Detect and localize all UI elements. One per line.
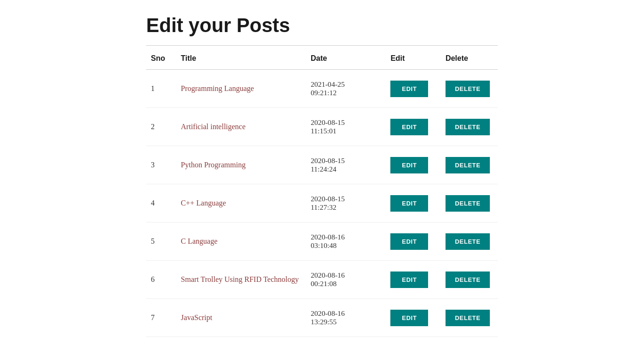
cell-edit: EDIT xyxy=(386,108,441,146)
cell-date: 2021-04-25 09:21:12 xyxy=(306,70,386,108)
cell-delete: DELETE xyxy=(441,184,498,222)
cell-delete: DELETE xyxy=(441,70,498,108)
table-row: 4C++ Language2020-08-15 11:27:32EDITDELE… xyxy=(146,184,498,222)
cell-delete: DELETE xyxy=(441,146,498,184)
cell-sno: 2 xyxy=(146,108,176,146)
cell-edit: EDIT xyxy=(386,299,441,337)
cell-edit: EDIT xyxy=(386,184,441,222)
cell-sno: 5 xyxy=(146,222,176,261)
edit-button[interactable]: EDIT xyxy=(390,233,428,250)
delete-button[interactable]: DELETE xyxy=(446,310,490,326)
cell-sno: 6 xyxy=(146,261,176,299)
cell-edit: EDIT xyxy=(386,146,441,184)
cell-title: Artificial intelligence xyxy=(176,108,306,146)
header-sno: Sno xyxy=(146,46,176,70)
cell-sno: 7 xyxy=(146,299,176,337)
cell-title: C++ Language xyxy=(176,184,306,222)
delete-button[interactable]: DELETE xyxy=(446,233,490,250)
cell-sno: 4 xyxy=(146,184,176,222)
cell-edit: EDIT xyxy=(386,261,441,299)
cell-date: 2020-08-15 11:15:01 xyxy=(306,108,386,146)
delete-button[interactable]: DELETE xyxy=(446,157,490,173)
delete-button[interactable]: DELETE xyxy=(446,81,490,97)
delete-button[interactable]: DELETE xyxy=(446,119,490,135)
cell-edit: EDIT xyxy=(386,222,441,261)
cell-edit: EDIT xyxy=(386,70,441,108)
header-row: Sno Title Date Edit Delete xyxy=(146,46,498,70)
delete-button[interactable]: DELETE xyxy=(446,272,490,288)
cell-date: 2020-08-15 11:24:24 xyxy=(306,146,386,184)
header-delete: Delete xyxy=(441,46,498,70)
edit-button[interactable]: EDIT xyxy=(390,157,428,173)
cell-delete: DELETE xyxy=(441,299,498,337)
table-row: 3Python Programming2020-08-15 11:24:24ED… xyxy=(146,146,498,184)
posts-table: Sno Title Date Edit Delete 1Programming … xyxy=(146,46,498,337)
cell-delete: DELETE xyxy=(441,108,498,146)
table-row: 1Programming Language2021-04-25 09:21:12… xyxy=(146,70,498,108)
delete-button[interactable]: DELETE xyxy=(446,195,490,212)
header-title: Title xyxy=(176,46,306,70)
cell-date: 2020-08-15 11:27:32 xyxy=(306,184,386,222)
edit-button[interactable]: EDIT xyxy=(390,272,428,288)
table-row: 7JavaScript2020-08-16 13:29:55EDITDELETE xyxy=(146,299,498,337)
cell-title: JavaScript xyxy=(176,299,306,337)
cell-title: Smart Trolley Using RFID Technology xyxy=(176,261,306,299)
edit-button[interactable]: EDIT xyxy=(390,81,428,97)
edit-button[interactable]: EDIT xyxy=(390,310,428,326)
cell-delete: DELETE xyxy=(441,261,498,299)
table-header: Sno Title Date Edit Delete xyxy=(146,46,498,70)
cell-title: Programming Language xyxy=(176,70,306,108)
page-title: Edit your Posts xyxy=(146,14,498,37)
cell-sno: 3 xyxy=(146,146,176,184)
table-body: 1Programming Language2021-04-25 09:21:12… xyxy=(146,70,498,337)
table-row: 2Artificial intelligence2020-08-15 11:15… xyxy=(146,108,498,146)
cell-title: Python Programming xyxy=(176,146,306,184)
cell-delete: DELETE xyxy=(441,222,498,261)
cell-date: 2020-08-16 13:29:55 xyxy=(306,299,386,337)
edit-button[interactable]: EDIT xyxy=(390,119,428,135)
table-row: 5C Language2020-08-16 03:10:48EDITDELETE xyxy=(146,222,498,261)
header-date: Date xyxy=(306,46,386,70)
cell-sno: 1 xyxy=(146,70,176,108)
cell-date: 2020-08-16 00:21:08 xyxy=(306,261,386,299)
header-edit: Edit xyxy=(386,46,441,70)
table-row: 6Smart Trolley Using RFID Technology2020… xyxy=(146,261,498,299)
edit-button[interactable]: EDIT xyxy=(390,195,428,212)
cell-title: C Language xyxy=(176,222,306,261)
page-container: Edit your Posts Sno Title Date Edit Dele… xyxy=(0,0,644,356)
cell-date: 2020-08-16 03:10:48 xyxy=(306,222,386,261)
